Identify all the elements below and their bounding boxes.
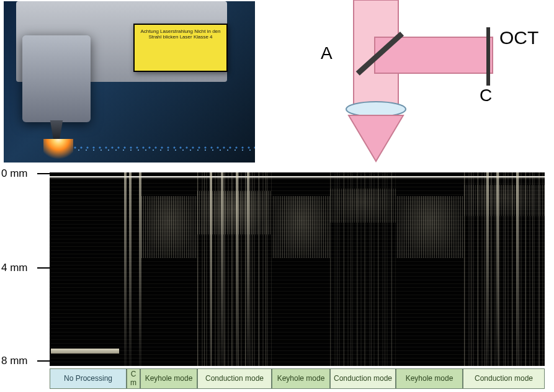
svg-point-4	[346, 102, 406, 117]
laser-warning-label: Achtung Laserstrahlung Nicht in den Stra…	[133, 24, 228, 72]
bscan-panel: 0 mm 4 mm 8 mm	[0, 169, 554, 392]
streak-icon	[516, 172, 519, 366]
mode-keyhole-3: Keyhole mode	[396, 368, 463, 389]
schematic-label-oct: OCT	[499, 27, 538, 48]
oct-schematic: A C OCT	[255, 0, 554, 164]
signal-conduction-3b	[464, 185, 545, 216]
y-tick-label: 8 mm	[1, 355, 28, 367]
y-tick-0: 0 mm	[1, 167, 28, 180]
signal-keyhole-2	[273, 196, 330, 258]
streak-icon	[496, 172, 499, 366]
signal-conduction-2b	[330, 189, 396, 223]
baseline-reflection	[51, 349, 119, 354]
y-tick-8: 8 mm	[1, 355, 28, 367]
streak-icon	[221, 172, 223, 366]
tick-dash-icon	[37, 267, 50, 269]
streak-icon	[129, 172, 132, 366]
top-row: Achtung Laserstrahlung Nicht in den Stra…	[0, 0, 554, 164]
mode-conduction-1: Conduction mode	[197, 368, 272, 389]
spatter-icon	[72, 145, 255, 163]
streak-icon	[247, 172, 249, 366]
mode-no-processing: No Processing	[50, 368, 127, 389]
streak-icon	[124, 172, 127, 366]
svg-rect-2	[486, 27, 490, 86]
laser-photo: Achtung Laserstrahlung Nicht in den Stra…	[4, 1, 255, 163]
tick-dash-icon	[37, 360, 50, 362]
svg-marker-5	[349, 115, 403, 161]
streak-icon	[236, 172, 238, 366]
mode-strip: No Processing C m Keyhole mode Conductio…	[50, 368, 545, 389]
signal-keyhole-3	[397, 196, 463, 258]
laser-spark-icon	[43, 139, 73, 163]
mode-conduction-3: Conduction mode	[463, 368, 545, 389]
streak-icon	[210, 172, 212, 366]
bscan-image	[50, 172, 545, 366]
signal-keyhole-1	[141, 196, 197, 258]
signal-conduction-1b	[197, 191, 272, 234]
tick-dash-icon	[37, 173, 50, 174]
y-tick-4: 4 mm	[1, 262, 28, 274]
mode-keyhole-2: Keyhole mode	[272, 368, 330, 389]
streak-icon	[486, 172, 489, 366]
y-tick-label: 0 mm	[1, 167, 28, 179]
schematic-label-a: A	[321, 43, 333, 63]
machine-head	[22, 35, 91, 122]
mode-conduction-2: Conduction mode	[330, 368, 396, 389]
y-tick-label: 4 mm	[1, 262, 28, 274]
schematic-svg	[255, 0, 554, 164]
schematic-label-c: C	[480, 86, 492, 105]
mode-keyhole-1: Keyhole mode	[140, 368, 197, 389]
mode-cm: C m	[127, 368, 140, 389]
